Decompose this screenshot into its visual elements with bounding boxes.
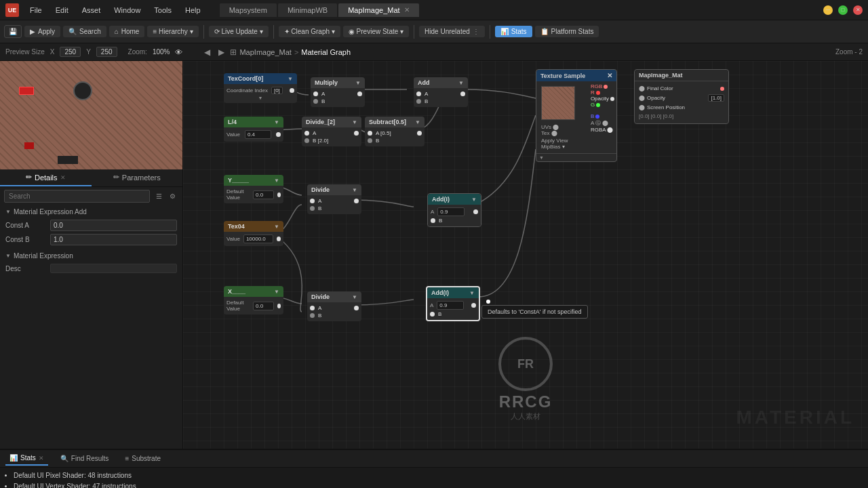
node-l4[interactable]: L/4 ▼ Value 0.4 bbox=[224, 117, 283, 142]
node-divide2-header: Divide_[2] ▼ bbox=[302, 117, 361, 127]
tab-find-results[interactable]: 🔍 Find Results bbox=[56, 452, 113, 465]
breadcrumb: MapImage_Mat > Material Graph bbox=[239, 48, 351, 56]
preview-x-value: 250 bbox=[60, 47, 81, 57]
separator2 bbox=[273, 25, 274, 39]
live-update-button[interactable]: ⟳ Live Update ▾ bbox=[209, 26, 269, 37]
menu-asset[interactable]: Asset bbox=[79, 5, 104, 16]
node-texture-sample-header: Texture Sample ✕ bbox=[536, 70, 616, 81]
menu-help[interactable]: Help bbox=[182, 5, 203, 16]
menu-window[interactable]: Window bbox=[111, 5, 143, 16]
stats-tab-close[interactable]: ✕ bbox=[39, 455, 44, 462]
tab-details[interactable]: ✏ Details ✕ bbox=[0, 169, 92, 186]
add-top-b-pin bbox=[416, 99, 421, 104]
node-texture-sample[interactable]: Texture Sample ✕ UVs ⬤ Tex ⬤ Apply View … bbox=[536, 69, 617, 162]
wires-layer bbox=[183, 61, 868, 449]
node-divide-bot[interactable]: Divide ▼ A B bbox=[307, 291, 361, 321]
nav-back-button[interactable]: ◀ bbox=[201, 46, 213, 58]
section-material-expression-add[interactable]: ▼ Material Expression Add bbox=[0, 205, 182, 218]
home-button[interactable]: ⌂ Home bbox=[109, 26, 145, 37]
material-preview bbox=[0, 61, 182, 169]
eye-icon[interactable]: 👁 bbox=[175, 48, 182, 56]
divide2-out-pin bbox=[354, 131, 359, 136]
node-texcoord-body: Coordinate Index [0] ▼ bbox=[224, 84, 297, 103]
details-tab-close[interactable]: ✕ bbox=[60, 174, 66, 181]
tab-mapsystem[interactable]: Mapsystem bbox=[220, 3, 277, 17]
node-output[interactable]: MapImage_Mat ⬤ Final Color ⬤ Opacity [1.… bbox=[634, 69, 729, 124]
section2-collapse-icon: ▼ bbox=[5, 253, 11, 259]
node-output-body: ⬤ Final Color ⬤ Opacity [1.0] ⬤ Screen P… bbox=[635, 81, 728, 123]
node-multiply[interactable]: Multiply ▼ A B bbox=[311, 77, 365, 107]
hierarchy-button[interactable]: ≡ Hierarchy ▾ bbox=[147, 26, 198, 37]
node-multiply-header: Multiply ▼ bbox=[311, 77, 365, 88]
divide-bot-b-pin bbox=[310, 313, 315, 318]
node-tex04-header: Tex04 ▼ bbox=[224, 221, 283, 232]
node-add-bot[interactable]: Add(I) ▼ A 0.9 B bbox=[426, 286, 480, 321]
minimize-button[interactable]: ─ bbox=[823, 5, 833, 15]
node-tex04[interactable]: Tex04 ▼ Value 10000.0 bbox=[224, 221, 283, 246]
stats-button[interactable]: 📊 Stats bbox=[495, 26, 532, 37]
subtract-a-pin bbox=[368, 131, 372, 136]
maximize-button[interactable]: □ bbox=[838, 5, 848, 15]
node-subtract-body: A [0.5] B bbox=[365, 127, 425, 146]
node-divide2[interactable]: Divide_[2] ▼ A B [2.0] bbox=[302, 117, 361, 146]
node-add-top[interactable]: Add ▼ A B bbox=[414, 77, 468, 107]
prop-desc: Desc bbox=[0, 262, 182, 274]
stats-list: Default UI Pixel Shader: 48 instructions… bbox=[14, 470, 854, 488]
cursor-position bbox=[486, 300, 490, 304]
tab-substrate[interactable]: ≡ Substrate bbox=[121, 452, 165, 465]
node-tex04-body: Value 10000.0 bbox=[224, 232, 283, 246]
bottom-tabs: 📊 Stats ✕ 🔍 Find Results ≡ Substrate bbox=[0, 450, 868, 468]
nav-forward-button[interactable]: ▶ bbox=[216, 46, 227, 58]
menu-tools[interactable]: Tools bbox=[151, 5, 174, 16]
menu-file[interactable]: File bbox=[27, 5, 45, 16]
rrcg-overlay: FR RRCG 人人素材 bbox=[498, 337, 553, 422]
node-divide-mid-header: Divide ▼ bbox=[307, 184, 361, 195]
platform-stats-button[interactable]: 📋 Platform Stats bbox=[535, 26, 599, 37]
node-add-mid[interactable]: Add(I) ▼ A 0.9 B bbox=[427, 193, 481, 227]
tab-mapimage-mat[interactable]: MapImage_Mat ✕ bbox=[338, 3, 418, 17]
title-bar: UE File Edit Asset Window Tools Help Map… bbox=[0, 0, 868, 20]
window-controls: ─ □ ✕ bbox=[823, 5, 863, 15]
node-param-y-header: Y_____ ▼ bbox=[224, 175, 283, 186]
search-bar: ☰ ⚙ bbox=[0, 187, 182, 205]
apply-button[interactable]: ▶ Apply bbox=[24, 26, 60, 37]
close-icon[interactable]: ✕ bbox=[404, 6, 410, 14]
node-param-y[interactable]: Y_____ ▼ Default Value 0.0 bbox=[224, 175, 283, 203]
preview-red-small bbox=[24, 142, 34, 149]
section-material-expression[interactable]: ▼ Material Expression bbox=[0, 249, 182, 262]
menu-edit[interactable]: Edit bbox=[53, 5, 71, 16]
preview-state-button[interactable]: ◉ Preview State ▾ bbox=[343, 26, 409, 37]
settings-icon[interactable]: ⚙ bbox=[166, 190, 178, 203]
add-mid-b-pin bbox=[431, 218, 435, 223]
node-divide-mid[interactable]: Divide ▼ A B bbox=[307, 184, 361, 214]
divide-mid-b-pin bbox=[310, 206, 315, 211]
separator4 bbox=[490, 25, 490, 39]
window-close-button[interactable]: ✕ bbox=[853, 5, 863, 15]
node-graph[interactable]: TexCoord[0] ▼ Coordinate Index [0] ▼ Mul… bbox=[183, 61, 868, 449]
separator bbox=[203, 25, 204, 39]
tab-minimapwb[interactable]: MinimapWB bbox=[278, 3, 337, 17]
save-button[interactable]: 💾 bbox=[4, 25, 22, 38]
hide-unrelated-button[interactable]: Hide Unrelated ⋮ bbox=[419, 26, 485, 37]
texture-sample-expand[interactable]: ▼ bbox=[536, 153, 616, 161]
node-subtract[interactable]: Subtract[0.5] ▼ A [0.5] B bbox=[365, 117, 425, 146]
node-param-x[interactable]: X____ ▼ Default Value 0.0 bbox=[224, 286, 283, 314]
multiply-b-pin bbox=[313, 99, 318, 104]
clean-graph-button[interactable]: ✦ Clean Graph ▾ bbox=[279, 26, 340, 37]
subtract-out-pin bbox=[417, 131, 422, 136]
divide2-a-pin bbox=[304, 131, 309, 136]
view-bar: Preview Size X 250 Y 250 Zoom: 100% 👁 ◀ … bbox=[0, 43, 868, 61]
preview-dark-circle bbox=[73, 81, 92, 100]
search-icons: ☰ ⚙ bbox=[153, 190, 178, 203]
tab-stats[interactable]: 📊 Stats ✕ bbox=[5, 451, 48, 466]
tab-parameters[interactable]: ✏ Parameters bbox=[92, 169, 183, 186]
search-button[interactable]: 🔍 🔍 Search Search bbox=[63, 26, 106, 37]
bottom-panel: 📊 Stats ✕ 🔍 Find Results ≡ Substrate Def… bbox=[0, 449, 868, 488]
list-view-icon[interactable]: ☰ bbox=[153, 190, 165, 203]
node-add-top-body: A B bbox=[414, 88, 468, 107]
node-l4-header: L/4 ▼ bbox=[224, 117, 283, 127]
node-texcoord[interactable]: TexCoord[0] ▼ Coordinate Index [0] ▼ bbox=[224, 73, 297, 103]
texture-sample-close[interactable]: ✕ bbox=[607, 72, 612, 79]
node-param-x-body: Default Value 0.0 bbox=[224, 297, 283, 314]
search-input[interactable] bbox=[4, 190, 150, 203]
